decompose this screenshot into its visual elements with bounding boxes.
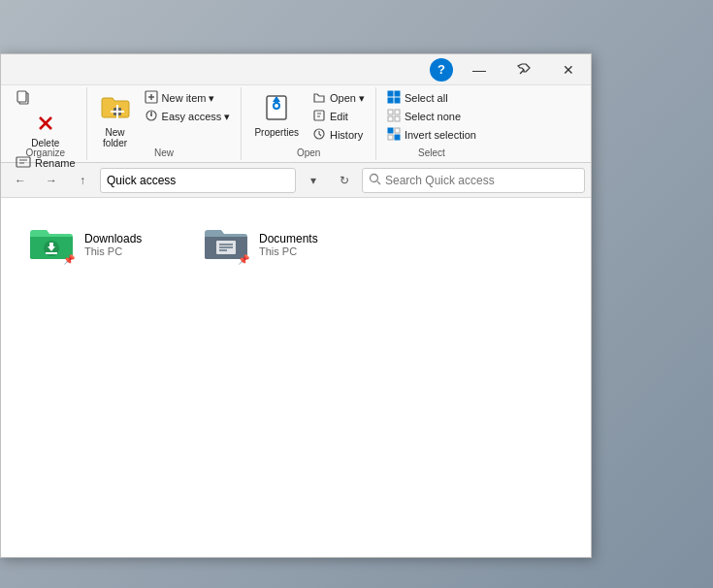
downloads-name: Downloads xyxy=(84,232,142,245)
history-button[interactable]: History xyxy=(308,126,370,144)
copy-rename-stack: Delete Rename xyxy=(11,89,81,146)
organize-label: Organize xyxy=(11,146,81,158)
downloads-sub: This PC xyxy=(84,245,142,257)
svg-line-37 xyxy=(377,181,380,184)
dropdown-button[interactable]: ▾ xyxy=(300,167,327,194)
ribbon-group-select: Select all Select none Inv xyxy=(376,87,487,160)
svg-rect-28 xyxy=(388,110,393,114)
list-item[interactable]: 📌 Downloads This PC xyxy=(20,217,176,271)
ribbon-group-new: Newfolder New item ▾ xyxy=(87,87,243,160)
svg-rect-2 xyxy=(17,91,26,102)
open-stacked: Open ▾ Edit History xyxy=(308,89,370,146)
ribbon: Delete Rename Organize xyxy=(1,85,591,163)
edit-icon xyxy=(312,109,326,125)
new-item-icon xyxy=(145,90,158,107)
ribbon-row: Delete Rename Organize xyxy=(1,85,591,162)
close-button[interactable]: ✕ xyxy=(546,54,591,85)
svg-rect-26 xyxy=(388,98,393,103)
edit-label: Edit xyxy=(330,111,348,122)
search-input[interactable] xyxy=(385,174,578,187)
delete-icon xyxy=(35,113,56,136)
downloads-folder-icon: 📌 xyxy=(28,223,75,265)
new-label: New xyxy=(93,146,236,158)
svg-rect-32 xyxy=(388,128,393,133)
history-label: History xyxy=(330,129,363,141)
easy-access-label: Easy access ▾ xyxy=(162,111,231,123)
pin-indicator: 📌 xyxy=(63,254,75,265)
help-button[interactable]: ? xyxy=(430,58,453,82)
edit-button[interactable]: Edit xyxy=(308,108,370,125)
documents-sub: This PC xyxy=(259,245,318,257)
svg-rect-31 xyxy=(395,116,400,121)
properties-button[interactable]: Properties xyxy=(247,89,306,146)
new-stacked: New item ▾ Easy access ▾ xyxy=(140,89,236,146)
documents-name: Documents xyxy=(259,232,318,245)
select-none-icon xyxy=(387,109,401,125)
title-bar-controls: ? — ✕ xyxy=(430,54,591,85)
copy-button[interactable] xyxy=(11,89,81,107)
address-bar[interactable] xyxy=(100,168,296,193)
new-item-label: New item ▾ xyxy=(162,92,215,105)
folder-grid: 📌 Downloads This PC xyxy=(20,217,571,271)
select-all-label: Select all xyxy=(405,92,448,104)
pin-indicator: 📌 xyxy=(238,254,249,265)
svg-rect-24 xyxy=(388,91,393,96)
svg-rect-30 xyxy=(388,116,393,121)
properties-label: Properties xyxy=(254,127,299,138)
select-all-button[interactable]: Select all xyxy=(382,89,481,107)
new-item-button[interactable]: New item ▾ xyxy=(140,89,236,107)
documents-folder-icon: 📌 xyxy=(203,223,249,265)
open-button[interactable]: Open ▾ xyxy=(308,89,370,107)
easy-access-button[interactable]: Easy access ▾ xyxy=(140,108,236,125)
open-label: Open ▾ xyxy=(330,92,365,105)
open-items: Properties Open ▾ xyxy=(247,89,370,146)
select-label: Select xyxy=(382,146,481,158)
select-none-label: Select none xyxy=(405,111,461,122)
organize-items: Delete Rename xyxy=(11,89,81,146)
properties-icon xyxy=(263,94,290,125)
ribbon-group-organize: Delete Rename Organize xyxy=(5,87,87,160)
new-items: Newfolder New item ▾ xyxy=(93,89,236,146)
content-area: 📌 Downloads This PC xyxy=(1,198,591,557)
svg-point-36 xyxy=(371,174,378,181)
open-icon xyxy=(312,90,326,107)
invert-selection-label: Invert selection xyxy=(405,129,476,141)
ribbon-group-open: Properties Open ▾ xyxy=(242,87,376,160)
search-icon xyxy=(369,173,381,188)
pin-button[interactable] xyxy=(502,54,546,85)
file-explorer-window: ? — ✕ xyxy=(0,53,592,558)
easy-access-icon xyxy=(145,109,158,125)
select-all-icon xyxy=(387,90,401,107)
history-icon xyxy=(312,127,326,144)
open-group-label: Open xyxy=(247,146,370,158)
svg-rect-35 xyxy=(395,135,400,140)
minimize-button[interactable]: — xyxy=(457,54,502,85)
svg-rect-20 xyxy=(314,111,324,120)
new-folder-button[interactable]: Newfolder xyxy=(93,89,138,146)
svg-point-16 xyxy=(150,114,152,116)
select-items: Select all Select none Inv xyxy=(382,89,481,146)
svg-rect-34 xyxy=(388,135,393,140)
list-item[interactable]: 📌 Documents This PC xyxy=(195,217,350,271)
search-bar xyxy=(362,168,585,193)
svg-rect-5 xyxy=(16,157,30,167)
invert-selection-button[interactable]: Invert selection xyxy=(382,126,481,144)
svg-rect-29 xyxy=(395,110,400,114)
svg-rect-27 xyxy=(395,98,400,103)
refresh-button[interactable]: ↻ xyxy=(331,167,358,194)
select-none-button[interactable]: Select none xyxy=(382,108,481,125)
downloads-info: Downloads This PC xyxy=(84,232,142,257)
svg-rect-33 xyxy=(395,128,400,133)
copy-icon xyxy=(16,89,31,108)
toolbar: ← → ↑ ▾ ↻ xyxy=(1,163,591,198)
documents-info: Documents This PC xyxy=(259,232,318,257)
new-folder-icon xyxy=(100,94,131,125)
title-bar: ? — ✕ xyxy=(1,54,591,85)
svg-rect-25 xyxy=(395,91,400,96)
select-stacked: Select all Select none Inv xyxy=(382,89,481,146)
invert-selection-icon xyxy=(387,127,401,144)
rename-label: Rename xyxy=(35,157,76,169)
